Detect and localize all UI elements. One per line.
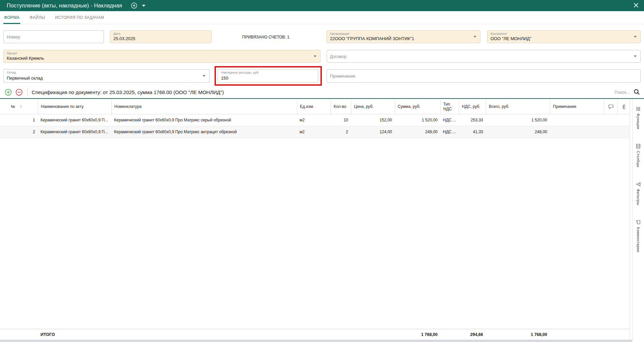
organization-select[interactable]: Организация 22ООО "ГРУППА КОМПАНИЙ ЗОНТИ… — [327, 30, 480, 43]
total-cell-total: 1 768,00 — [486, 329, 550, 340]
cell-sum: 1 520,00 — [395, 114, 440, 126]
cell-unit: м2 — [297, 126, 331, 138]
total-cell-num — [0, 329, 38, 340]
sidebar-tab-filter[interactable]: Фильтры — [636, 182, 641, 205]
window-titlebar: Поступление (акты, накладные) - Накладна… — [0, 0, 644, 11]
number-placeholder: Номер — [7, 34, 20, 39]
date-field[interactable]: Дата 25.03.2025 — [110, 30, 212, 43]
tab-istoriya[interactable]: ИСТОРИЯ ПО ЗАДАЧАМ — [54, 11, 105, 24]
cell-nomenklatura: Керамический гранит 60х60х0,9 Про Матрик… — [111, 114, 297, 126]
table-body: 1Керамический гранит 60х60х0,9 П...Керам… — [0, 114, 629, 329]
minus-circle-icon — [16, 89, 23, 96]
remove-row-button[interactable] — [16, 89, 23, 96]
contract-placeholder: Договор — [330, 54, 346, 59]
search-icon[interactable] — [634, 89, 640, 96]
table-row[interactable]: 2Керамический гранит 60х60х0,9 П...Керам… — [0, 126, 629, 138]
cell-price: 124,00 — [351, 126, 395, 138]
table-footer-row: ИТОГО1 768,00294,661 768,00 — [0, 329, 629, 340]
table-header-row: №↑Наименование по актуНоменклатураЕд.изм… — [0, 99, 629, 114]
header-cell-vat_type[interactable]: Тип НДС — [440, 99, 459, 114]
header-cell-name_act[interactable]: Наименование по акту — [38, 99, 111, 114]
total-cell-note — [550, 329, 604, 340]
warehouse-label: Склад — [7, 70, 16, 74]
cell-vat_type: НДС ... — [440, 126, 459, 138]
comment-field[interactable]: Примечание — [327, 69, 641, 83]
sidebar-tab-label: Функции — [636, 113, 640, 129]
header-cell-total[interactable]: Всего, руб. — [486, 99, 550, 114]
cell-comment_col — [604, 114, 617, 126]
cell-nomenklatura: Керамический гранит 60х60х0,9 Про Матрик… — [111, 126, 297, 138]
comments-icon — [636, 220, 641, 225]
header-cell-note[interactable]: Примечание — [550, 99, 604, 114]
warehouse-select[interactable]: Склад Первичный склад — [3, 69, 209, 83]
header-cell-unit[interactable]: Ед.изм. — [297, 99, 331, 114]
overhead-costs-label: Накладные расходы, руб. — [221, 70, 259, 74]
right-side-panel: ФункцииСтолбцыФильтрыКомментарии — [632, 99, 644, 342]
organization-value: 22ООО "ГРУППА КОМПАНИЙ ЗОНТИК"1 — [330, 36, 414, 41]
tab-faily[interactable]: ФАЙЛЫ — [29, 11, 46, 24]
sidebar-tab-label: Комментарии — [636, 227, 640, 252]
header-cell-vat[interactable]: НДС, руб. — [459, 99, 486, 114]
overhead-costs-field[interactable]: Накладные расходы, руб. 150 — [218, 69, 318, 83]
comment-placeholder: Примечание — [330, 74, 355, 79]
sidebar-tab-label: Фильтры — [636, 189, 640, 205]
chevron-down-icon[interactable] — [634, 56, 637, 57]
cell-note — [550, 126, 604, 138]
header-cell-num[interactable]: №↑ — [0, 99, 38, 114]
close-window-button[interactable] — [634, 3, 639, 9]
paperclip-icon[interactable] — [617, 99, 629, 114]
columns-icon — [636, 144, 641, 148]
sidebar-tab-menu[interactable]: Функции — [636, 107, 641, 129]
tab-bar: ФОРМА ФАЙЛЫ ИСТОРИЯ ПО ЗАДАЧАМ — [0, 11, 644, 24]
tab-forma[interactable]: ФОРМА — [3, 11, 20, 24]
number-field[interactable]: Номер — [3, 30, 104, 43]
add-document-dropdown-caret-icon[interactable] — [142, 5, 145, 7]
chevron-down-icon[interactable] — [634, 36, 637, 38]
counterparty-value: ООО "ЛЕ МОНЛИД" — [491, 36, 531, 41]
linked-accounts-text: ПРИВЯЗАНО СЧЕТОВ: 1 — [242, 35, 289, 39]
header-cell-nomenklatura[interactable]: Номенклатура — [111, 99, 297, 114]
spec-section-header: Спецификация по документу: от 25.03.2025… — [0, 86, 644, 98]
sort-ascending-icon: ↑ — [20, 105, 22, 109]
section-underline — [0, 98, 644, 99]
cell-note — [550, 114, 604, 126]
counterparty-select[interactable]: Контрагент ООО "ЛЕ МОНЛИД" — [487, 30, 641, 43]
total-cell-unit — [297, 329, 331, 340]
cell-vat_type: НДС ... — [440, 114, 459, 126]
chevron-down-icon[interactable] — [203, 75, 205, 77]
cell-vat: 41,33 — [459, 126, 486, 138]
table-row[interactable]: 1Керамический гранит 60х60х0,9 П...Керам… — [0, 114, 629, 126]
spec-title: Спецификация по документу: от 25.03.2025… — [32, 89, 224, 95]
cell-num: 2 — [0, 126, 38, 138]
horizontal-scrollbar[interactable] — [0, 340, 644, 342]
warehouse-value: Первичный склад — [7, 76, 43, 81]
contract-select[interactable]: Договор — [327, 50, 641, 63]
sidebar-tab-columns[interactable]: Столбцы — [636, 144, 641, 167]
sidebar-tab-label: Столбцы — [636, 151, 640, 167]
date-value: 25.03.2025 — [113, 36, 135, 41]
total-cell-clip_col — [617, 329, 629, 340]
chevron-down-icon[interactable] — [314, 56, 316, 57]
project-value: Казанский Кремль — [7, 56, 44, 61]
header-cell-qty[interactable]: Кол-во — [331, 99, 351, 114]
project-label: Проект — [7, 51, 17, 55]
cell-qty: 10 — [331, 114, 351, 126]
cell-price: 152,00 — [351, 114, 395, 126]
cell-name_act: Керамический гранит 60х60х0,9 П... — [38, 126, 111, 138]
chevron-down-icon[interactable] — [474, 36, 476, 38]
add-row-button[interactable] — [5, 89, 12, 96]
total-cell-vat_type — [440, 329, 459, 340]
add-document-button[interactable] — [131, 2, 137, 9]
comment-icon[interactable] — [604, 99, 617, 114]
cell-name_act: Керамический гранит 60х60х0,9 П... — [38, 114, 111, 126]
header-cell-price[interactable]: Цена, руб. — [351, 99, 395, 114]
organization-label: Организация — [330, 32, 349, 35]
divider — [27, 88, 28, 96]
sidebar-tab-comments[interactable]: Комментарии — [636, 220, 641, 252]
counterparty-label: Контрагент — [491, 32, 507, 35]
search-input[interactable]: Поиск... — [615, 90, 630, 95]
spec-table: №↑Наименование по актуНоменклатураЕд.изм… — [0, 99, 630, 340]
date-label: Дата — [113, 32, 120, 35]
project-select[interactable]: Проект Казанский Кремль — [3, 50, 320, 63]
header-cell-sum[interactable]: Сумма, руб. — [395, 99, 440, 114]
